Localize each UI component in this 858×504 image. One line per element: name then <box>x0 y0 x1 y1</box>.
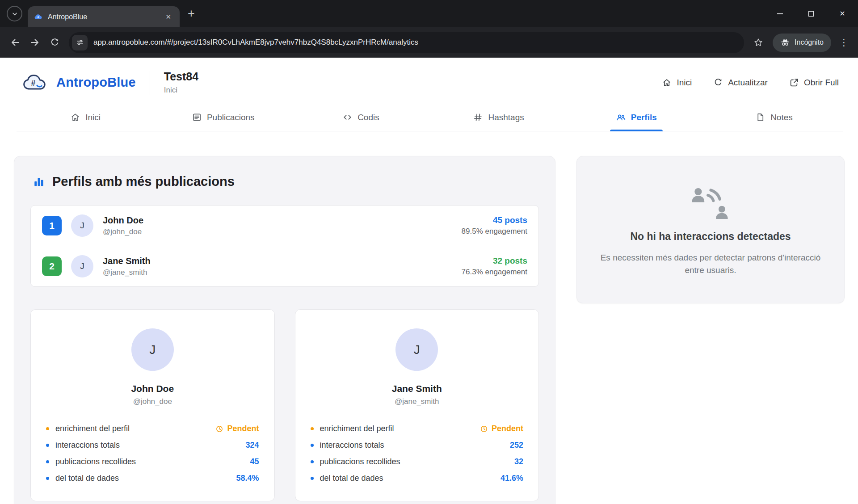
tab-label: Hashtags <box>488 113 524 122</box>
forward-button[interactable] <box>25 33 45 52</box>
person-handle: @jane_smith <box>103 268 151 277</box>
url-text[interactable]: app.antropoblue.com/#/project/13sIR0CvLh… <box>93 38 418 47</box>
forward-arrow-icon <box>29 37 40 48</box>
stat-row: enrichiment del perfil Pendent <box>310 420 525 437</box>
svg-text:#: # <box>37 16 39 19</box>
stat-label: del total de dades <box>55 474 236 483</box>
tab-codis[interactable]: Codis <box>292 105 429 131</box>
stat-value: 58.4% <box>236 474 259 483</box>
app-header: # AntropoBlue Test84 Inici Inici <box>0 58 858 104</box>
incognito-label: Incógnito <box>795 38 824 46</box>
maximize-icon <box>808 11 814 17</box>
browser-tab[interactable]: # AntropoBlue ✕ <box>28 6 180 27</box>
refresh-action-label: Actualitzar <box>728 78 768 88</box>
stat-label: interaccions totals <box>55 441 245 450</box>
stat-label: del total de dades <box>320 474 500 483</box>
person-metrics: 45 posts 89.5% engagement <box>462 215 527 236</box>
interactions-icon <box>691 185 730 219</box>
bullet-icon <box>46 477 49 480</box>
stat-label: enrichiment del perfil <box>55 424 215 433</box>
project-title: Test84 <box>164 70 198 83</box>
home-action-button[interactable]: Inici <box>662 78 692 88</box>
home-icon <box>70 112 80 122</box>
open-full-action-button[interactable]: Obrir Full <box>789 78 839 88</box>
avatar: J <box>395 328 438 371</box>
stat-value: 32 <box>514 457 523 466</box>
profile-handle: @jane_smith <box>310 397 525 406</box>
profile-stats: enrichiment del perfil Pendent interacci… <box>310 420 525 487</box>
bookmark-button[interactable] <box>749 33 768 52</box>
window-close-button[interactable]: ✕ <box>827 0 858 27</box>
tab-inici[interactable]: Inici <box>17 105 154 131</box>
tab-hashtags[interactable]: Hashtags <box>430 105 568 131</box>
window-controls: ✕ <box>764 0 858 27</box>
star-icon <box>753 38 763 47</box>
panel-title-row: Perfils amb més publicacions <box>30 174 539 189</box>
address-bar[interactable]: app.antropoblue.com/#/project/13sIR0CvLh… <box>69 32 744 53</box>
browser-toolbar: app.antropoblue.com/#/project/13sIR0CvLh… <box>0 27 858 58</box>
person-info: John Doe @john_doe <box>103 215 143 236</box>
avatar: J <box>71 255 93 277</box>
stat-value: Pendent <box>227 424 259 433</box>
tab-notes[interactable]: Notes <box>705 105 843 131</box>
home-icon <box>662 78 672 88</box>
clock-icon <box>215 425 223 433</box>
back-button[interactable] <box>5 33 25 52</box>
ranking-row[interactable]: 2 J Jane Smith @jane_smith 32 posts 76.3… <box>31 246 538 286</box>
project-title-block: Test84 Inici <box>164 70 198 95</box>
bar-chart-icon <box>33 176 45 188</box>
hash-icon <box>473 112 483 122</box>
tab-search-button[interactable] <box>7 6 22 21</box>
tab-perfils[interactable]: Perfils <box>568 105 705 131</box>
profile-cards-row: J John Doe @john_doe enrichiment del per… <box>30 309 539 501</box>
close-icon: ✕ <box>839 9 845 18</box>
stat-label: publicacions recollides <box>55 457 250 466</box>
tab-close-icon[interactable]: ✕ <box>163 12 173 22</box>
refresh-action-button[interactable]: Actualitzar <box>713 78 768 88</box>
people-icon <box>616 112 626 122</box>
stat-value: Pendent <box>492 424 523 433</box>
tab-publicacions[interactable]: Publicacions <box>154 105 292 131</box>
document-icon <box>755 112 765 122</box>
panel-title: Perfils amb més publicacions <box>52 174 235 189</box>
rank-badge: 2 <box>42 256 62 276</box>
browser-menu-button[interactable]: ⋮ <box>836 33 853 52</box>
project-nav: Inici Publicacions Codis Hashtags <box>17 105 843 131</box>
open-in-new-icon <box>789 78 799 88</box>
person-name: John Doe <box>103 215 143 226</box>
stat-row: del total de dades 41.6% <box>310 470 525 487</box>
profile-name: Jane Smith <box>310 383 525 394</box>
brand-logo-icon: # <box>22 73 50 92</box>
stat-label: interaccions totals <box>320 441 510 450</box>
bullet-icon <box>311 427 314 430</box>
window-maximize-button[interactable] <box>795 0 827 27</box>
person-name: Jane Smith <box>103 256 151 266</box>
home-action-label: Inici <box>677 78 692 88</box>
incognito-badge: Incógnito <box>773 34 831 52</box>
reload-icon <box>50 38 60 48</box>
ranking-list: 1 J John Doe @john_doe 45 posts 89.5% en… <box>30 205 539 287</box>
person-metrics: 32 posts 76.3% engagement <box>462 256 527 277</box>
site-settings-button[interactable] <box>72 35 88 50</box>
window-minimize-button[interactable] <box>764 0 795 27</box>
stat-label: publicacions recollides <box>320 457 514 466</box>
page: # AntropoBlue Test84 Inici Inici <box>0 58 858 504</box>
bullet-icon <box>46 427 49 430</box>
empty-state-description: Es necessiten més dades per detectar pat… <box>595 252 826 276</box>
new-tab-button[interactable]: + <box>188 8 195 20</box>
engagement-value: 89.5% engagement <box>462 227 527 236</box>
profile-stats: enrichiment del perfil Pendent interacci… <box>45 420 260 487</box>
stat-row: publicacions recollides 45 <box>45 454 260 470</box>
bullet-icon <box>311 477 314 480</box>
top-profiles-panel: Perfils amb més publicacions 1 J John Do… <box>14 156 555 504</box>
tab-label: Codis <box>358 113 379 122</box>
ranking-row[interactable]: 1 J John Doe @john_doe 45 posts 89.5% en… <box>31 206 538 246</box>
stat-value: 41.6% <box>500 474 523 483</box>
header-actions: Inici Actualitzar Obrir Full <box>662 78 839 88</box>
reload-button[interactable] <box>45 33 64 52</box>
incognito-icon <box>780 38 790 47</box>
project-subtitle: Inici <box>164 86 198 95</box>
stat-row: del total de dades 58.4% <box>45 470 260 487</box>
refresh-icon <box>713 78 723 88</box>
stat-value: 45 <box>250 457 259 466</box>
